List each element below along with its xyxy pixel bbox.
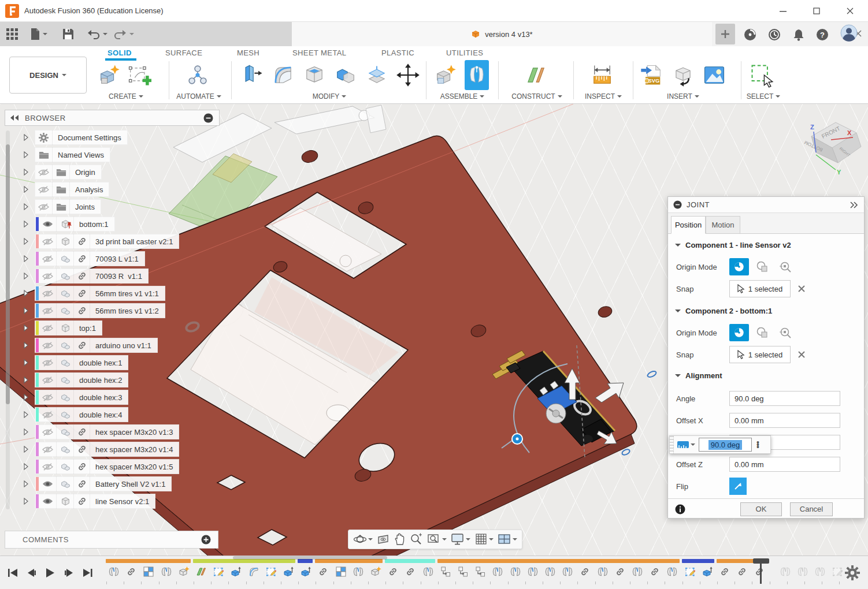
select-button[interactable] — [749, 62, 774, 90]
timeline-feature-extrude[interactable] — [228, 564, 243, 579]
expand-icon[interactable] — [23, 342, 30, 349]
tree-row[interactable]: Named Views — [23, 147, 110, 163]
origin-mode-between-faces-button[interactable] — [752, 324, 772, 341]
timeline-feature-joint[interactable] — [665, 564, 680, 579]
timeline-feature-newcomp[interactable] — [368, 564, 383, 579]
tree-row[interactable]: 70093 R v1:1 — [23, 268, 149, 284]
visibility-off-icon[interactable] — [39, 251, 57, 266]
timeline-feature-joint-ghost[interactable] — [813, 564, 828, 579]
line-sensor-model[interactable] — [492, 351, 615, 446]
component1-snap-clear-icon[interactable] — [797, 285, 806, 293]
close-window-button[interactable] — [841, 5, 859, 17]
browser-item-label[interactable]: hex spacer M3x20 v1:3 — [90, 428, 179, 437]
browser-item-label[interactable]: double hex:3 — [74, 393, 128, 402]
expand-icon[interactable] — [23, 273, 30, 279]
timeline-scrollbar-thumb[interactable] — [233, 556, 387, 560]
ribbon-tab-plastic[interactable]: PLASTIC — [381, 49, 414, 57]
tree-row[interactable]: hex spacer M3x20 v1:5 — [23, 458, 179, 475]
browser-item-label[interactable]: double hex:4 — [74, 411, 128, 419]
offset-face-button[interactable] — [364, 62, 390, 90]
orbit-button[interactable] — [353, 533, 373, 546]
browser-item-label[interactable]: Joints — [70, 203, 101, 211]
expand-icon[interactable] — [23, 463, 30, 470]
dialog-dock-icon[interactable] — [850, 202, 858, 208]
viewports-button[interactable] — [498, 533, 517, 546]
extensions-icon[interactable] — [743, 27, 757, 42]
tree-row[interactable]: hex spacer M3x20 v1:4 — [23, 441, 179, 457]
component2-section-header[interactable]: Component 2 - bottom:1 — [675, 307, 772, 315]
timeline-group-bar[interactable] — [385, 559, 435, 563]
timeline-feature-joint-ghost[interactable] — [778, 564, 793, 579]
add-comment-icon[interactable] — [201, 535, 211, 545]
timeline-feature-copy[interactable] — [473, 564, 488, 579]
visibility-off-icon[interactable] — [39, 442, 57, 457]
user-avatar[interactable] — [840, 25, 858, 40]
create-group-label[interactable]: CREATE — [103, 92, 149, 100]
move-copy-button[interactable] — [395, 62, 421, 90]
visibility-off-icon[interactable] — [39, 269, 57, 284]
help-icon[interactable]: ? — [815, 27, 829, 42]
ribbon-tab-solid[interactable]: SOLID — [107, 49, 132, 57]
timeline-feature-newcomp[interactable] — [176, 564, 191, 579]
construct-plane-button[interactable] — [523, 62, 548, 90]
expand-icon[interactable] — [23, 221, 30, 228]
browser-item-label[interactable]: 56mm tires v1 v1:1 — [90, 289, 165, 298]
tab-position[interactable]: Position — [671, 216, 706, 234]
visibility-on-icon[interactable] — [39, 476, 57, 491]
visibility-off-icon[interactable] — [39, 407, 57, 422]
timeline-feature-link[interactable] — [717, 564, 732, 579]
visibility-off-icon[interactable] — [35, 182, 53, 197]
construct-group-label[interactable]: CONSTRUCT — [507, 92, 566, 100]
visibility-off-icon[interactable] — [39, 424, 57, 439]
timeline-feature-link[interactable] — [647, 564, 662, 579]
alignment-section-header[interactable]: Alignment — [675, 371, 722, 380]
browser-item-label[interactable]: double hex:2 — [74, 376, 128, 385]
select-group-label[interactable]: SELECT — [743, 92, 784, 100]
timeline-feature-sketch[interactable] — [682, 564, 698, 579]
tree-row[interactable]: double hex:4 — [23, 407, 128, 423]
browser-item-label[interactable]: 70093 R v1:1 — [90, 272, 148, 281]
timeline-feature-copy[interactable] — [455, 564, 470, 579]
timeline-group-bar[interactable] — [682, 559, 714, 563]
tree-row[interactable]: Origin — [23, 164, 102, 180]
look-at-button[interactable] — [377, 534, 390, 545]
timeline-settings-gear-icon[interactable] — [845, 565, 860, 582]
timeline-feature-joint[interactable] — [159, 564, 174, 579]
visibility-on-icon[interactable] — [39, 494, 57, 509]
timeline-feature-link[interactable] — [124, 564, 139, 579]
shell-button[interactable] — [302, 62, 327, 90]
minimize-button[interactable] — [774, 5, 792, 17]
component1-section-header[interactable]: Component 1 - line Sensor v2 — [675, 241, 791, 249]
timeline-feature-link[interactable] — [577, 564, 592, 579]
tree-row[interactable]: arduino uno v1:1 — [23, 337, 158, 353]
ribbon-tab-surface[interactable]: SURFACE — [165, 49, 202, 57]
modify-group-label[interactable]: MODIFY — [306, 92, 353, 100]
timeline-feature-link[interactable] — [613, 564, 628, 579]
timeline-feature-plane[interactable] — [194, 564, 209, 579]
tree-row[interactable]: 70093 L v1:1 — [23, 251, 145, 267]
document-tab[interactable]: version 4 v13* — [292, 22, 712, 46]
timeline-feature-link[interactable] — [316, 564, 331, 579]
cancel-button[interactable]: Cancel — [790, 502, 833, 516]
new-document-tab-button[interactable] — [715, 24, 735, 44]
timeline-feature-joint[interactable] — [106, 564, 121, 579]
browser-item-label[interactable]: hex spacer M3x20 v1:4 — [90, 445, 179, 454]
visibility-off-icon[interactable] — [39, 303, 57, 318]
automate-button[interactable] — [185, 62, 210, 90]
timeline-feature-sketch[interactable] — [264, 564, 279, 579]
expand-icon[interactable] — [23, 376, 30, 383]
browser-item-label[interactable]: line Sensor v2:1 — [90, 497, 155, 506]
toolbar-more-icon[interactable]: ••• — [756, 441, 759, 448]
maximize-button[interactable] — [808, 5, 825, 17]
timeline-feature-joint[interactable] — [525, 564, 540, 579]
tree-row[interactable]: hex spacer M3x20 v1:3 — [23, 424, 179, 440]
visibility-on-icon[interactable] — [39, 217, 57, 232]
joint-dialog[interactable]: JOINT Position Motion Component 1 - line… — [667, 196, 865, 519]
tree-row[interactable]: 56mm tires v1 v1:2 — [23, 303, 165, 319]
browser-scrollbar[interactable] — [6, 131, 10, 509]
flip-toggle-button[interactable] — [729, 478, 747, 495]
origin-mode-simple-button[interactable] — [729, 324, 749, 341]
browser-item-label[interactable]: 70093 L v1:1 — [90, 255, 144, 263]
tree-row[interactable]: bottom:1 — [23, 216, 115, 232]
ribbon-tab-mesh[interactable]: MESH — [237, 49, 259, 57]
